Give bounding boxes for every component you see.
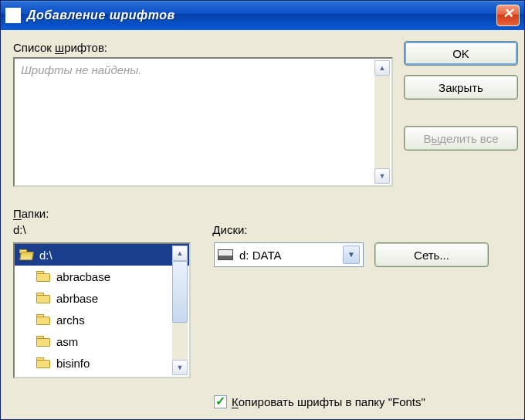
- folder-icon: [36, 314, 50, 325]
- tree-item-label: bisinfo: [56, 357, 90, 370]
- folder-tree[interactable]: d:\abracbaseabrbasearchsasmbisinfo▲▼: [13, 242, 191, 378]
- tree-item-label: d:\: [39, 249, 52, 262]
- network-button[interactable]: Сеть...: [374, 242, 489, 267]
- window-icon: [5, 8, 21, 23]
- folder-icon: [36, 271, 50, 282]
- close-icon[interactable]: ✕: [496, 5, 520, 26]
- fontlist-empty-text: Шрифты не найдены.: [21, 63, 142, 76]
- titlebar[interactable]: Добавление шрифтов ✕: [1, 1, 524, 30]
- scrollbar-track[interactable]: [172, 323, 188, 360]
- folder-open-icon: [19, 249, 33, 260]
- fontlist[interactable]: Шрифты не найдены. ▲ ▼: [13, 57, 393, 187]
- tree-item-label: archs: [56, 313, 85, 327]
- drive-selected-text: d: DATA: [239, 249, 343, 262]
- tree-item[interactable]: abrbase: [15, 287, 189, 309]
- tree-item[interactable]: asm: [15, 330, 189, 352]
- current-path: d:\: [13, 223, 49, 236]
- scroll-down-icon[interactable]: ▼: [374, 168, 390, 184]
- scroll-up-icon[interactable]: ▲: [374, 60, 390, 76]
- folder-tree-scrollbar[interactable]: ▲▼: [172, 246, 188, 375]
- folder-icon: [36, 336, 50, 347]
- scrollbar-thumb[interactable]: [172, 261, 188, 323]
- folder-icon: [36, 293, 50, 303]
- tree-item-label: abracbase: [56, 270, 110, 283]
- fontlist-label: Список шрифтов:: [13, 41, 393, 54]
- client-area: Список шрифтов: Шрифты не найдены. ▲ ▼ O…: [1, 30, 524, 419]
- copy-fonts-checkbox[interactable]: ✓: [214, 395, 227, 408]
- tree-item[interactable]: bisinfo: [15, 352, 189, 374]
- tree-item-label: abrbase: [56, 292, 98, 305]
- window-title: Добавление шрифтов: [27, 8, 496, 22]
- copy-fonts-label: Копировать шрифты в папку "Fonts": [232, 395, 425, 408]
- tree-item-label: asm: [56, 335, 78, 348]
- chevron-down-icon[interactable]: ▼: [343, 246, 360, 264]
- add-fonts-dialog: Добавление шрифтов ✕ Список шрифтов: Шри…: [0, 0, 525, 420]
- ok-button[interactable]: OK: [404, 41, 518, 66]
- drives-label: Диски:: [212, 223, 247, 236]
- folder-icon: [36, 357, 50, 368]
- scroll-down-icon[interactable]: ▼: [172, 360, 188, 375]
- disk-icon: [218, 249, 233, 260]
- scroll-up-icon[interactable]: ▲: [172, 246, 188, 261]
- select-all-button[interactable]: Выделить все: [404, 126, 518, 151]
- copy-fonts-checkbox-row[interactable]: ✓ Копировать шрифты в папку "Fonts": [214, 395, 425, 408]
- drive-combobox[interactable]: d: DATA ▼: [214, 242, 364, 267]
- fontlist-scrollbar[interactable]: ▲ ▼: [374, 60, 390, 184]
- folders-label: Папки:: [13, 207, 49, 220]
- tree-item[interactable]: d:\: [15, 244, 189, 266]
- tree-item[interactable]: archs: [15, 309, 189, 330]
- tree-item[interactable]: abracbase: [15, 266, 189, 287]
- close-button[interactable]: Закрыть: [404, 75, 518, 100]
